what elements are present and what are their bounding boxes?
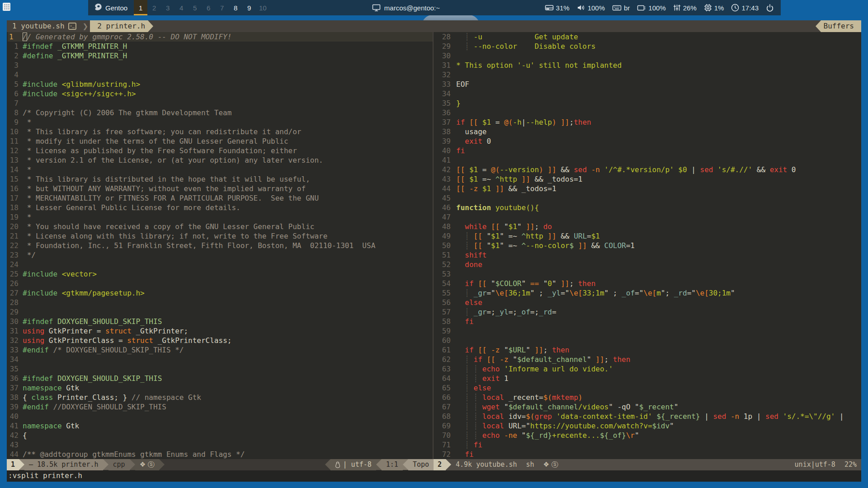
workspace-button-6[interactable]: 6: [202, 0, 215, 15]
code-line[interactable]: 15 * This library is distributed in the …: [8, 174, 433, 184]
code-line[interactable]: 13 * version 2.1 of the License, or (at …: [8, 155, 433, 165]
code-line[interactable]: 41: [437, 155, 861, 165]
code-line[interactable]: 44[[ -z $1 ]] && _todos=1: [437, 184, 861, 193]
tray-power[interactable]: [764, 0, 776, 15]
code-line[interactable]: 3: [8, 61, 433, 70]
code-line[interactable]: 25#include <vector>: [8, 269, 433, 279]
code-line[interactable]: 70 ┊ ┊ echo -ne "${_rd}+recente...${_of}…: [437, 431, 861, 440]
code-line[interactable]: 55 ┊ _gr="\e[36;1m" ; _yl="\e[33;1m" ; _…: [437, 288, 861, 298]
tray-cpu[interactable]: 1%: [702, 0, 726, 15]
code-line[interactable]: 35}: [437, 99, 861, 108]
code-line[interactable]: 64 ┊ ┊ exit 1: [437, 374, 861, 383]
tray-mixer[interactable]: 26%: [671, 0, 699, 15]
code-line[interactable]: 69 ┊ ┊ local URL="https://youtube.com/wa…: [437, 421, 861, 431]
code-line[interactable]: 62 ┊ if [[ -z "$default_channel" ]]; the…: [437, 355, 861, 364]
tray-disk[interactable]: 31%: [542, 0, 572, 15]
code-line[interactable]: 37if [[ $1 = @(-h|--help) ]];then: [437, 117, 861, 127]
tray-keyboard[interactable]: br: [610, 0, 632, 15]
code-line[interactable]: 39#endif //DOXYGEN_SHOULD_SKIP_THIS: [8, 402, 433, 412]
code-line[interactable]: 1#ifndef _GTKMM_PRINTER_H: [8, 42, 433, 51]
code-line[interactable]: 33#endif /* DOXYGEN_SHOULD_SKIP_THIS */: [8, 345, 433, 355]
workspace-button-3[interactable]: 3: [161, 0, 175, 15]
code-line[interactable]: 66 ┊ ┊ local _recent=$(mktemp): [437, 393, 861, 402]
code-line[interactable]: 10 * This library is free software; you …: [8, 127, 433, 136]
workspace-button-8[interactable]: 8: [229, 0, 242, 15]
code-line[interactable]: 33EOF: [437, 80, 861, 89]
code-line[interactable]: 35: [8, 364, 433, 374]
workspace-button-9[interactable]: 9: [242, 0, 256, 15]
workspace-button-2[interactable]: 2: [147, 0, 161, 15]
code-line[interactable]: 7: [8, 99, 433, 108]
code-line[interactable]: 40fi: [437, 146, 861, 155]
tray-clock[interactable]: 17:43: [729, 0, 761, 15]
code-line[interactable]: 52 done: [437, 260, 861, 269]
code-line[interactable]: 56 else: [437, 298, 861, 307]
pane-youtube-sh[interactable]: 28 ┊ -u Get update29 ┊ --no-color Disabl…: [434, 32, 861, 459]
code-line[interactable]: 27#include <gtkmm/pagesetup.h>: [8, 288, 433, 298]
code-line[interactable]: 36#ifndef DOXYGEN_SHOULD_SKIP_THIS: [8, 374, 433, 383]
code-line[interactable]: 63 ┊ ┊ echo 'Informe a url do video.': [437, 364, 861, 374]
code-line[interactable]: 65 ┊ else: [437, 383, 861, 393]
code-line[interactable]: 2#define _GTKMM_PRINTER_H: [8, 51, 433, 61]
code-line[interactable]: 38 usage: [437, 127, 861, 136]
tray-volume[interactable]: 100%: [575, 0, 607, 15]
code-line[interactable]: 6#include <sigc++/sigc++.h>: [8, 89, 433, 99]
code-line[interactable]: 30#ifndef DOXYGEN_SHOULD_SKIP_THIS: [8, 317, 433, 326]
workspace-button-5[interactable]: 5: [188, 0, 202, 15]
launcher-icon[interactable]: [2, 2, 11, 12]
code-line[interactable]: 43: [8, 440, 433, 450]
code-line[interactable]: 39 exit 0: [437, 136, 861, 146]
code-line[interactable]: 26: [8, 279, 433, 288]
code-line[interactable]: 42[[ $1 = @(--version) ]] && sed -n '/^#…: [437, 165, 861, 174]
code-line[interactable]: 24: [8, 260, 433, 269]
code-line[interactable]: 72 fi: [437, 450, 861, 459]
code-line[interactable]: 32using GtkPrinterClass = struct _GtkPri…: [8, 336, 433, 345]
code-line[interactable]: 43[[ $1 =~ ^http ]] && _todos=1: [437, 174, 861, 184]
code-line[interactable]: 22 * Foundation, Inc., 51 Franklin Stree…: [8, 241, 433, 250]
code-line[interactable]: 46function youtube(){: [437, 203, 861, 212]
code-line[interactable]: 31* This option '-u' still not implanted: [437, 61, 861, 70]
code-line[interactable]: 44/** @addtogroup gtkmmEnums gtkmm Enums…: [8, 450, 433, 459]
code-line[interactable]: 42{: [8, 431, 433, 440]
code-line[interactable]: 36: [437, 108, 861, 117]
code-line[interactable]: 29: [8, 307, 433, 317]
workspace-button-10[interactable]: 10: [256, 0, 269, 15]
code-line[interactable]: 23 */: [8, 250, 433, 260]
code-line[interactable]: 30: [437, 51, 861, 61]
code-line[interactable]: 45: [437, 193, 861, 203]
workspace-button-4[interactable]: 4: [175, 0, 188, 15]
code-line[interactable]: 67 ┊ ┊ wget "$default_channel/videos" -q…: [437, 402, 861, 412]
tab-printer-h[interactable]: 2 printer.h: [90, 20, 148, 32]
code-line[interactable]: 48 while [[ "$1" ]]; do: [437, 222, 861, 231]
code-line[interactable]: 32: [437, 70, 861, 80]
code-line[interactable]: 58 fi: [437, 317, 861, 326]
code-line[interactable]: 61 if [[ -z "$URL" ]]; then: [437, 345, 861, 355]
code-line[interactable]: 29 ┊ --no-color Disable colors: [437, 42, 861, 51]
code-line[interactable]: 16 * but WITHOUT ANY WARRANTY; without e…: [8, 184, 433, 193]
code-line[interactable]: 60: [437, 336, 861, 345]
code-line[interactable]: 51 shift: [437, 250, 861, 260]
code-line[interactable]: 12 * License as published by the Free So…: [8, 146, 433, 155]
code-line[interactable]: 4: [8, 70, 433, 80]
code-line[interactable]: 54 if [[ "$COLOR" == "0" ]]; then: [437, 279, 861, 288]
code-line[interactable]: 8/* Copyright (C) 2006 The gtkmm Develop…: [8, 108, 433, 117]
workspace-button-1[interactable]: 1: [134, 0, 147, 15]
code-line[interactable]: 49 ┊ [[ "$1" =~ ^http ]] && URL=$1: [437, 231, 861, 241]
code-line[interactable]: 68 ┊ ┊ local idv=$(grep 'data-context-it…: [437, 412, 861, 421]
code-line[interactable]: 71 ┊ fi: [437, 440, 861, 450]
code-line[interactable]: 53: [437, 269, 861, 279]
code-line[interactable]: 5#include <glibmm/ustring.h>: [8, 80, 433, 89]
code-line[interactable]: 34: [8, 355, 433, 364]
tab-youtube-sh[interactable]: 1 youtube.sh ›_: [7, 20, 81, 32]
code-line[interactable]: 38{ class Printer_Class; } // namespace …: [8, 393, 433, 402]
code-line[interactable]: 17 * MERCHANTABILITY or FITNESS FOR A PA…: [8, 193, 433, 203]
code-line[interactable]: 20 * You should have received a copy of …: [8, 222, 433, 231]
code-line[interactable]: 47: [437, 212, 861, 222]
pane-printer-h[interactable]: 1// Generated by gmmproc 2.58.0 -- DO NO…: [7, 32, 433, 459]
vim-command-line[interactable]: :vsplit printer.h: [7, 470, 861, 482]
code-line[interactable]: 11 * modify it under the terms of the GN…: [8, 136, 433, 146]
code-line[interactable]: 34: [437, 89, 861, 99]
code-line[interactable]: 37namespace Gtk: [8, 383, 433, 393]
code-line[interactable]: 40: [8, 412, 433, 421]
code-line[interactable]: 59: [437, 326, 861, 336]
